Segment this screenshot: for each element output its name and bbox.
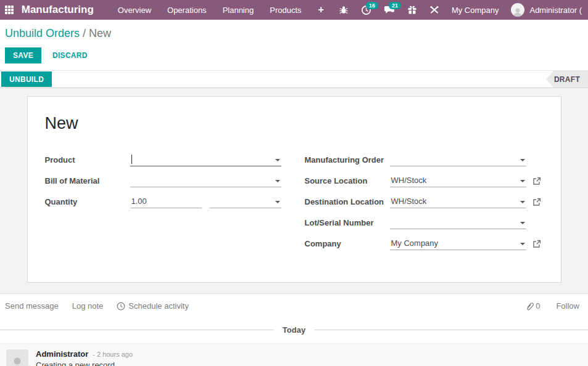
status-badge-draft[interactable]: DRAFT	[546, 71, 588, 87]
messages-menu[interactable]: 21	[378, 0, 401, 20]
lot-input[interactable]	[390, 216, 526, 229]
breadcrumb-parent-link[interactable]: Unbuild Orders	[5, 27, 80, 39]
bom-input[interactable]	[130, 174, 281, 187]
message-timestamp: - 2 hours ago	[93, 351, 133, 358]
dest-location-value: WH/Stock	[391, 197, 427, 206]
text-cursor	[131, 155, 132, 164]
form-view-background: New Product Bill of Material	[0, 88, 588, 293]
messages-badge: 21	[389, 2, 401, 9]
debug-bug-icon[interactable]	[333, 0, 355, 20]
chatter-message[interactable]: Administrator - 2 hours ago Creating a n…	[0, 343, 588, 366]
company-label: Company	[305, 239, 390, 250]
activities-badge: 16	[366, 2, 378, 9]
paperclip-icon	[526, 302, 534, 311]
uom-dropdown-caret-icon[interactable]	[275, 201, 280, 203]
discard-button[interactable]: DISCARD	[52, 51, 88, 60]
company-external-link-icon[interactable]	[532, 240, 541, 248]
control-panel: Unbuild Orders / New SAVE DISCARD	[0, 20, 588, 70]
lot-label: Lot/Serial Number	[305, 218, 390, 229]
message-author[interactable]: Administrator	[36, 349, 88, 359]
menu-plus-button[interactable]: +	[310, 4, 333, 15]
statusbar-spacer	[52, 71, 546, 87]
gift-menu[interactable]	[401, 0, 423, 20]
product-dropdown-caret-icon[interactable]	[275, 159, 280, 161]
attachments-button[interactable]: 0	[526, 301, 540, 311]
breadcrumb-slash: /	[83, 27, 86, 39]
mo-label: Manufacturing Order	[305, 155, 390, 166]
send-message-button[interactable]: Send message	[5, 301, 59, 311]
company-dropdown-caret-icon[interactable]	[520, 243, 525, 245]
source-location-dropdown-caret-icon[interactable]	[520, 180, 525, 182]
source-location-external-link-icon[interactable]	[532, 177, 541, 185]
save-button[interactable]: SAVE	[5, 47, 41, 63]
quantity-group: 1.00	[130, 195, 281, 208]
date-separator: Today	[0, 325, 588, 335]
form-left-column: Product Bill of Material Quantity	[45, 152, 281, 214]
log-note-button[interactable]: Log note	[72, 301, 104, 311]
company-input[interactable]: My Company	[390, 237, 526, 250]
tools-icon	[429, 5, 439, 15]
source-location-input[interactable]: WH/Stock	[390, 174, 526, 187]
menu-overview[interactable]: Overview	[110, 0, 159, 20]
top-navbar: Manufacturing Overview Operations Planni…	[0, 0, 588, 20]
dest-location-dropdown-caret-icon[interactable]	[520, 201, 525, 203]
person-icon	[512, 7, 523, 17]
company-switcher-label: My Company	[452, 6, 499, 15]
source-location-value: WH/Stock	[391, 176, 427, 185]
form-sheet: New Product Bill of Material	[27, 96, 561, 283]
user-avatar	[511, 3, 524, 17]
menu-products[interactable]: Products	[262, 0, 309, 20]
dest-location-external-link-icon[interactable]	[532, 198, 541, 206]
company-value: My Company	[391, 238, 439, 248]
navbar-systray: 16 21	[333, 0, 588, 20]
chatter-right-tools: 0 Follow	[526, 301, 582, 311]
apps-grid-icon	[5, 6, 14, 14]
bom-dropdown-caret-icon[interactable]	[275, 180, 280, 182]
date-separator-label: Today	[274, 325, 314, 335]
menu-operations[interactable]: Operations	[159, 0, 215, 20]
action-buttons-row: SAVE DISCARD	[5, 47, 588, 70]
record-title: New	[45, 114, 541, 133]
form-statusbar: UNBUILD DRAFT	[0, 70, 588, 88]
chatter-toolbar: Send message Log note Schedule activity …	[0, 294, 588, 317]
schedule-activity-button[interactable]: Schedule activity	[117, 301, 189, 311]
menu-planning[interactable]: Planning	[215, 0, 262, 20]
dest-location-input[interactable]: WH/Stock	[390, 195, 526, 208]
quantity-value: 1.00	[131, 197, 147, 206]
gift-icon	[407, 5, 417, 15]
quantity-label: Quantity	[45, 197, 130, 208]
quantity-input[interactable]: 1.00	[130, 195, 202, 208]
lot-dropdown-caret-icon[interactable]	[520, 222, 525, 224]
attachment-count: 0	[536, 301, 540, 311]
bug-icon	[339, 5, 349, 15]
mo-dropdown-caret-icon[interactable]	[520, 159, 525, 161]
breadcrumb: Unbuild Orders / New	[5, 27, 588, 40]
activities-menu[interactable]: 16	[355, 0, 378, 20]
follow-button[interactable]: Follow	[556, 301, 579, 311]
support-tools-menu[interactable]	[423, 0, 445, 20]
message-avatar	[6, 349, 28, 366]
product-input[interactable]	[130, 153, 281, 166]
message-content: Administrator - 2 hours ago Creating a n…	[36, 349, 133, 366]
mo-ext-slot	[526, 165, 541, 166]
source-location-label: Source Location	[305, 176, 390, 187]
unbuild-button[interactable]: UNBUILD	[1, 71, 52, 87]
form-field-grid: Product Bill of Material Quantity	[45, 152, 541, 256]
company-switcher[interactable]: My Company	[445, 0, 505, 20]
breadcrumb-current: New	[89, 27, 111, 39]
uom-select[interactable]	[209, 195, 281, 208]
form-right-column: Manufacturing Order Source Location WH/S…	[305, 152, 541, 256]
chatter: Send message Log note Schedule activity …	[0, 293, 588, 366]
app-name[interactable]: Manufacturing	[22, 4, 94, 16]
mo-input[interactable]	[390, 153, 526, 166]
message-body: Creating a new record...	[36, 360, 133, 366]
schedule-activity-label: Schedule activity	[128, 301, 189, 311]
apps-menu-button[interactable]	[4, 0, 15, 20]
bom-label: Bill of Material	[45, 176, 130, 187]
app-menu: Overview Operations Planning Products +	[110, 0, 333, 20]
schedule-clock-icon	[117, 302, 125, 311]
dest-location-label: Destination Location	[305, 197, 390, 208]
user-menu-label: Administrator (	[529, 6, 582, 15]
user-menu[interactable]: Administrator (	[505, 0, 588, 20]
person-icon	[9, 356, 26, 366]
